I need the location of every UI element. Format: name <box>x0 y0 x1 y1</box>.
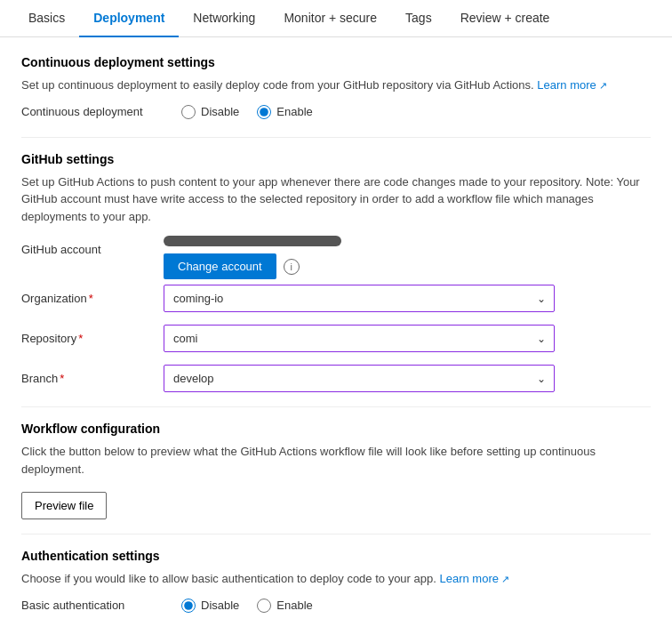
github-account-field: Change account i <box>164 253 341 279</box>
organization-row: Organization* coming-io ⌄ <box>21 285 651 312</box>
branch-select[interactable]: develop <box>164 365 555 392</box>
continuous-deployment-learn-more[interactable]: Learn more <box>537 78 607 92</box>
basic-auth-enable-option[interactable]: Enable <box>257 599 312 613</box>
change-account-button[interactable]: Change account <box>164 253 276 279</box>
github-account-label: GitHub account <box>21 236 164 256</box>
workflow-config-title: Workflow configuration <box>21 422 651 436</box>
basic-auth-enable-radio[interactable] <box>257 599 271 613</box>
continuous-deployment-radio-row: Continuous deployment Disable Enable <box>21 105 651 119</box>
tab-deployment[interactable]: Deployment <box>79 0 179 37</box>
basic-auth-radio-row: Basic authentication Disable Enable <box>21 599 651 613</box>
github-account-pill <box>164 236 341 246</box>
continuous-deployment-enable-option[interactable]: Enable <box>257 105 312 119</box>
github-account-controls: Change account i <box>164 236 341 279</box>
repository-row: Repository* comi ⌄ <box>21 325 651 352</box>
tab-monitor-secure[interactable]: Monitor + secure <box>269 0 391 37</box>
repository-select-wrapper: comi ⌄ <box>164 325 555 352</box>
tab-networking[interactable]: Networking <box>179 0 269 37</box>
repository-label: Repository* <box>21 332 164 345</box>
workflow-configuration-section: Workflow configuration Click the button … <box>21 422 651 519</box>
organization-label: Organization* <box>21 292 164 305</box>
basic-auth-label: Basic authentication <box>21 599 164 612</box>
organization-select-wrapper: coming-io ⌄ <box>164 285 555 312</box>
continuous-deployment-section: Continuous deployment settings Set up co… <box>21 55 651 119</box>
auth-settings-desc: Choose if you would like to allow basic … <box>21 570 651 588</box>
tab-basics[interactable]: Basics <box>14 0 79 37</box>
basic-auth-disable-radio[interactable] <box>181 599 196 613</box>
continuous-deployment-disable-option[interactable]: Disable <box>181 105 239 119</box>
tab-bar: Basics Deployment Networking Monitor + s… <box>0 0 672 37</box>
github-account-row: GitHub account Change account i <box>21 236 651 279</box>
continuous-deployment-disable-radio[interactable] <box>181 105 196 119</box>
organization-select[interactable]: coming-io <box>164 285 555 312</box>
preview-file-button[interactable]: Preview file <box>21 492 107 519</box>
branch-select-wrapper: develop ⌄ <box>164 365 555 392</box>
divider-1 <box>21 137 651 138</box>
github-settings-desc: Set up GitHub Actions to push content to… <box>21 173 651 226</box>
divider-2 <box>21 406 651 407</box>
info-icon[interactable]: i <box>284 259 300 275</box>
tab-review-create[interactable]: Review + create <box>446 0 564 37</box>
continuous-deployment-enable-radio[interactable] <box>257 105 271 119</box>
auth-settings-title: Authentication settings <box>21 549 651 563</box>
github-settings-title: GitHub settings <box>21 152 651 166</box>
repository-select[interactable]: comi <box>164 325 555 352</box>
continuous-deployment-label: Continuous deployment <box>21 105 164 118</box>
continuous-deployment-title: Continuous deployment settings <box>21 55 651 69</box>
auth-learn-more[interactable]: Learn more <box>439 572 509 585</box>
workflow-config-desc: Click the button below to preview what t… <box>21 443 651 478</box>
divider-3 <box>21 534 651 535</box>
branch-row: Branch* develop ⌄ <box>21 365 651 392</box>
branch-label: Branch* <box>21 372 164 385</box>
github-settings-section: GitHub settings Set up GitHub Actions to… <box>21 152 651 393</box>
continuous-deployment-desc: Set up continuous deployment to easily d… <box>21 76 651 94</box>
authentication-settings-section: Authentication settings Choose if you wo… <box>21 549 651 613</box>
tab-tags[interactable]: Tags <box>391 0 446 37</box>
basic-auth-disable-option[interactable]: Disable <box>181 599 239 613</box>
